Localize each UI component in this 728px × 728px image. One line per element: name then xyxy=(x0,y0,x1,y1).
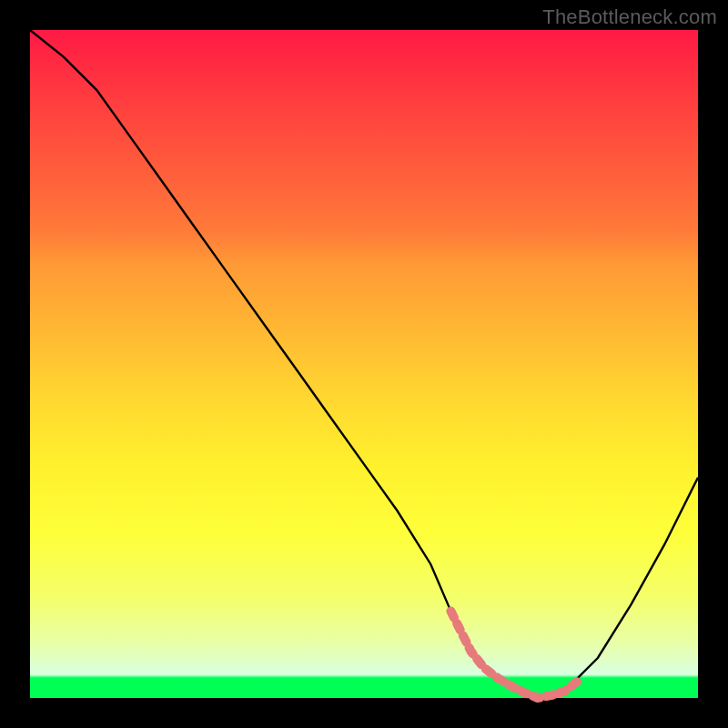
chart-svg xyxy=(30,30,698,698)
bottleneck-curve-line xyxy=(30,30,698,698)
chart-gradient-area xyxy=(30,30,698,698)
optimal-zone-highlight xyxy=(450,612,578,698)
watermark-text: TheBottleneck.com xyxy=(542,5,717,29)
